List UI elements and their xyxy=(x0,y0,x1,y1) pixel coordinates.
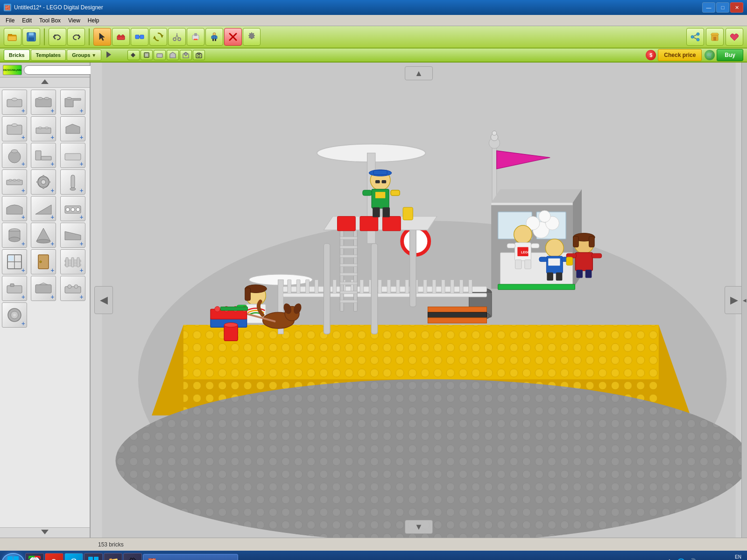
taskbar-photos[interactable]: 🏔 xyxy=(123,553,142,560)
svg-rect-229 xyxy=(566,257,573,265)
view-persp-button[interactable] xyxy=(180,50,192,60)
right-panel-handle[interactable]: ◀ xyxy=(741,63,747,538)
svg-point-66 xyxy=(9,179,12,181)
brick-item-round[interactable]: + xyxy=(2,143,27,168)
taskbar-explorer[interactable]: 📁 xyxy=(104,553,122,560)
close-button[interactable]: ✕ xyxy=(730,2,743,13)
svg-rect-101 xyxy=(35,285,51,293)
clock-area: EN 21.12.2023 www.small-games.info xyxy=(699,554,741,560)
nav-up-arrow[interactable]: ▲ xyxy=(405,66,433,80)
brick-item-tile[interactable]: + xyxy=(60,143,85,168)
start-button[interactable] xyxy=(2,553,24,560)
brick-item-sp3[interactable]: + xyxy=(60,276,85,301)
check-price-button[interactable]: Check price xyxy=(658,49,702,61)
brick-item-2x2[interactable]: + xyxy=(31,90,56,115)
menu-edit[interactable]: Edit xyxy=(18,16,35,25)
bricks-tab-label: Bricks xyxy=(9,52,25,58)
taskbar-active-app[interactable]: 🧱 Untitled12* - LEGO Digital Designer xyxy=(143,554,238,560)
brick-item-1x1-flat[interactable]: + xyxy=(2,90,27,115)
brick-item-sp1[interactable]: + xyxy=(2,276,27,301)
brick-item-door[interactable]: + xyxy=(31,249,56,274)
open-button[interactable] xyxy=(4,28,21,46)
canvas-area[interactable]: LEGO xyxy=(91,63,747,538)
taskbar-torrent[interactable]: ⟳ xyxy=(45,553,63,560)
select-tool-button[interactable] xyxy=(93,28,111,46)
nav-down-arrow[interactable]: ▼ xyxy=(405,520,433,534)
view-top-button[interactable] xyxy=(141,50,153,60)
shop-button[interactable] xyxy=(706,28,724,46)
svg-point-8 xyxy=(122,35,124,37)
tab-groups[interactable]: Groups ▼ xyxy=(67,49,101,61)
brick-item-sp2[interactable]: + xyxy=(31,276,56,301)
brick-item-plate[interactable]: + xyxy=(31,116,56,141)
brick-item-wedge[interactable]: + xyxy=(60,223,85,248)
menu-view[interactable]: View xyxy=(64,16,84,25)
tray-network-icon[interactable]: 🌐 xyxy=(676,557,685,560)
brick-item-gear[interactable]: + xyxy=(31,169,56,195)
redo-button[interactable] xyxy=(67,28,85,46)
brick-count: 153 bricks xyxy=(98,541,124,548)
svg-point-215 xyxy=(545,239,564,257)
tray-upload-icon[interactable]: ⬆ xyxy=(665,557,674,560)
brick-item-cyl[interactable]: + xyxy=(2,223,27,248)
brick-item-tall[interactable]: + xyxy=(2,116,27,141)
brick-item-corner[interactable]: + xyxy=(60,90,85,115)
brick-item-technic[interactable]: + xyxy=(60,196,85,221)
maximize-button[interactable]: □ xyxy=(716,2,729,13)
brick-search-input[interactable] xyxy=(24,65,95,75)
rotate-tool-button[interactable] xyxy=(149,28,167,46)
delete-tool-button[interactable] xyxy=(224,28,242,46)
hinge-tool-button[interactable] xyxy=(131,28,148,46)
svg-rect-23 xyxy=(215,36,217,39)
brick-item-angled[interactable]: + xyxy=(60,116,85,141)
scroll-down-arrow[interactable] xyxy=(0,527,90,538)
scroll-up-arrow[interactable] xyxy=(0,77,90,88)
menu-file[interactable]: File xyxy=(2,16,18,25)
minifig-tool-button[interactable] xyxy=(205,28,223,46)
svg-point-7 xyxy=(118,35,120,37)
taskbar-chrome[interactable] xyxy=(25,553,44,560)
svg-point-126 xyxy=(115,379,747,538)
panel-collapse-btn[interactable] xyxy=(105,49,119,61)
check-price-icon[interactable]: $ xyxy=(646,50,656,60)
buy-icon[interactable]: 🛒 xyxy=(705,50,715,60)
svg-marker-87 xyxy=(65,231,81,240)
cut-tool-button[interactable] xyxy=(168,28,186,46)
tray-volume-icon[interactable]: 🔊 xyxy=(687,557,697,560)
menu-toolbox[interactable]: Tool Box xyxy=(35,16,64,25)
svg-rect-190 xyxy=(340,255,357,258)
view-front-button[interactable] xyxy=(154,50,166,60)
brick-item-extra-1[interactable]: + xyxy=(2,302,27,328)
brick-item-pin[interactable]: + xyxy=(60,169,85,195)
taskbar-skype[interactable]: S xyxy=(64,553,83,560)
wishlist-button[interactable] xyxy=(726,28,743,46)
undo-button[interactable] xyxy=(49,28,66,46)
snap-to-grid-button[interactable] xyxy=(127,50,140,60)
nav-left-arrow[interactable]: ◀ xyxy=(94,286,113,314)
buy-button[interactable]: Buy xyxy=(717,49,743,61)
build-tool-button[interactable] xyxy=(112,28,130,46)
tab-bricks[interactable]: Bricks xyxy=(4,49,30,61)
taskbar-windows[interactable] xyxy=(84,553,103,560)
tab-templates[interactable]: Templates xyxy=(31,49,66,61)
share-button[interactable] xyxy=(686,28,704,46)
brick-item-cone[interactable]: + xyxy=(31,223,56,248)
save-button[interactable] xyxy=(22,28,40,46)
paint-tool-button[interactable] xyxy=(187,28,204,46)
svg-rect-72 xyxy=(42,186,44,189)
minimize-button[interactable]: — xyxy=(702,2,715,13)
settings-tool-button[interactable] xyxy=(243,28,261,46)
svg-point-67 xyxy=(13,179,16,181)
brick-item-bracket[interactable]: + xyxy=(31,143,56,168)
menu-help[interactable]: Help xyxy=(84,16,103,25)
brick-item-window[interactable]: + xyxy=(2,249,27,274)
svg-point-76 xyxy=(70,188,76,190)
svg-marker-77 xyxy=(35,205,51,214)
brick-item-fence[interactable]: + xyxy=(60,249,85,274)
view-side-button[interactable] xyxy=(167,50,179,60)
brick-item-arch[interactable]: + xyxy=(2,196,27,221)
brick-item-thin[interactable]: + xyxy=(2,169,27,195)
view-camera-button[interactable] xyxy=(193,50,205,60)
nav-right-arrow[interactable]: ▶ xyxy=(725,286,743,314)
brick-item-slope[interactable]: + xyxy=(31,196,56,221)
